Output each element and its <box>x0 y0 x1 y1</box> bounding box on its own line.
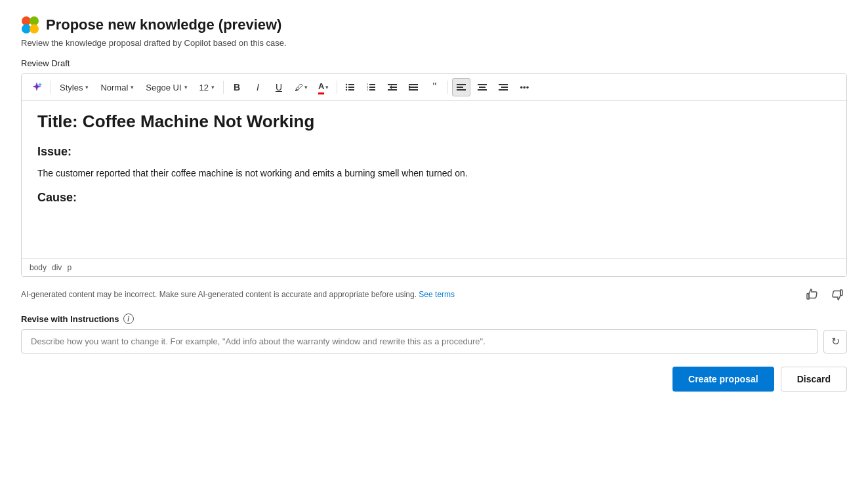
outdent-icon <box>387 82 398 92</box>
align-left-icon <box>456 82 466 92</box>
page-header: Propose new knowledge (preview) <box>21 16 847 34</box>
svg-rect-25 <box>457 87 463 88</box>
font-size-dropdown[interactable]: 12 ▾ <box>195 78 219 96</box>
page-title: Propose new knowledge (preview) <box>46 16 281 33</box>
indent-button[interactable] <box>404 78 423 96</box>
svg-rect-29 <box>478 89 487 91</box>
editor-section-issue: Issue: <box>37 145 831 159</box>
svg-rect-32 <box>499 89 508 91</box>
statusbar-p[interactable]: p <box>67 263 72 272</box>
font-size-label: 12 <box>199 83 209 92</box>
revise-label-row: Revise with Instructions i <box>21 314 847 324</box>
font-color-chevron-icon: ▾ <box>325 84 329 91</box>
thumbs-up-icon <box>805 287 819 302</box>
svg-point-3 <box>30 24 39 33</box>
bullets-button[interactable] <box>341 78 360 96</box>
refresh-icon: ↻ <box>831 335 840 348</box>
align-right-button[interactable] <box>494 78 512 96</box>
svg-rect-20 <box>409 84 418 85</box>
svg-marker-23 <box>409 85 411 89</box>
underline-button[interactable]: U <box>270 78 288 96</box>
svg-marker-19 <box>390 85 392 89</box>
font-chevron-icon: ▾ <box>184 84 188 91</box>
svg-rect-22 <box>409 89 418 91</box>
bullets-icon <box>345 82 356 92</box>
font-color-icon: A <box>318 81 324 93</box>
align-left-button[interactable] <box>452 78 470 96</box>
revise-label-text: Revise with Instructions <box>21 314 119 324</box>
font-dropdown[interactable]: Segoe UI ▾ <box>141 78 192 96</box>
revise-info-icon[interactable]: i <box>123 314 134 324</box>
paragraph-style-dropdown[interactable]: Normal ▾ <box>96 78 138 96</box>
svg-rect-4 <box>348 84 354 85</box>
editor-body[interactable]: Title: Coffee Machine Not Working Issue:… <box>22 101 846 258</box>
svg-rect-12 <box>369 89 375 91</box>
align-center-button[interactable] <box>473 78 491 96</box>
svg-text:3: 3 <box>367 88 369 91</box>
svg-rect-10 <box>369 84 375 85</box>
outdent-button[interactable] <box>383 78 402 96</box>
highlight-icon: 🖊 <box>295 83 303 92</box>
page-subtitle: Review the knowledge proposal drafted by… <box>21 38 847 48</box>
revise-instructions-input[interactable] <box>21 329 818 354</box>
styles-chevron-icon: ▾ <box>85 84 89 91</box>
bold-button[interactable]: B <box>228 78 246 96</box>
feedback-buttons <box>802 285 847 304</box>
toolbar-divider-1 <box>51 81 51 94</box>
statusbar-div[interactable]: div <box>52 263 62 272</box>
editor-title: Title: Coffee Machine Not Working <box>37 111 831 132</box>
editor-container: Styles ▾ Normal ▾ Segoe UI ▾ 12 ▾ B I <box>21 73 847 277</box>
toolbar-divider-2 <box>223 81 224 94</box>
revise-section: Revise with Instructions i ↻ <box>21 314 847 354</box>
toolbar-divider-4 <box>447 81 448 94</box>
svg-point-1 <box>30 16 39 26</box>
italic-button[interactable]: I <box>249 78 267 96</box>
numbering-icon: 1 2 3 <box>366 82 377 92</box>
review-draft-label: Review Draft <box>21 58 847 68</box>
svg-rect-26 <box>457 89 466 91</box>
paragraph-style-chevron-icon: ▾ <box>131 84 134 91</box>
svg-rect-11 <box>369 87 375 88</box>
align-right-icon <box>498 82 508 92</box>
svg-point-2 <box>22 24 31 33</box>
svg-rect-6 <box>348 89 354 91</box>
editor-section-cause: Cause: <box>37 191 831 205</box>
toolbar-divider-3 <box>337 81 337 94</box>
svg-point-7 <box>346 84 347 85</box>
styles-dropdown[interactable]: Styles ▾ <box>55 78 93 96</box>
svg-rect-28 <box>479 87 486 88</box>
svg-rect-21 <box>411 87 418 88</box>
ai-disclaimer-text: AI-generated content may be incorrect. M… <box>21 290 455 299</box>
svg-point-8 <box>346 87 347 88</box>
action-buttons: Create proposal Discard <box>21 367 847 392</box>
indent-icon <box>408 82 419 92</box>
font-label: Segoe UI <box>146 83 181 92</box>
highlight-button[interactable]: 🖊 ▾ <box>291 78 312 96</box>
more-options-icon: ••• <box>520 83 529 92</box>
svg-point-0 <box>22 16 31 26</box>
revise-input-row: ↻ <box>21 329 847 354</box>
revise-refresh-button[interactable]: ↻ <box>823 330 847 354</box>
paragraph-style-label: Normal <box>100 83 128 92</box>
svg-rect-24 <box>457 84 466 85</box>
numbering-button[interactable]: 1 2 3 <box>362 78 381 96</box>
discard-button[interactable]: Discard <box>781 367 847 392</box>
quote-icon: " <box>433 82 437 92</box>
statusbar-body[interactable]: body <box>30 263 47 272</box>
thumbs-down-icon <box>830 287 844 302</box>
svg-rect-16 <box>388 84 397 85</box>
svg-rect-30 <box>499 84 508 85</box>
thumbs-down-button[interactable] <box>827 285 847 304</box>
more-options-button[interactable]: ••• <box>515 78 533 96</box>
create-proposal-button[interactable]: Create proposal <box>672 367 774 392</box>
editor-statusbar: body div p <box>22 258 846 276</box>
font-color-button[interactable]: A ▾ <box>314 78 333 96</box>
copilot-toolbar-icon <box>31 81 43 93</box>
copilot-toolbar-btn[interactable] <box>27 78 47 96</box>
see-terms-link[interactable]: See terms <box>419 290 455 299</box>
thumbs-up-button[interactable] <box>802 285 822 304</box>
styles-label: Styles <box>60 83 83 92</box>
svg-rect-31 <box>501 87 508 88</box>
ai-disclaimer-row: AI-generated content may be incorrect. M… <box>21 285 847 304</box>
quote-button[interactable]: " <box>425 78 444 96</box>
